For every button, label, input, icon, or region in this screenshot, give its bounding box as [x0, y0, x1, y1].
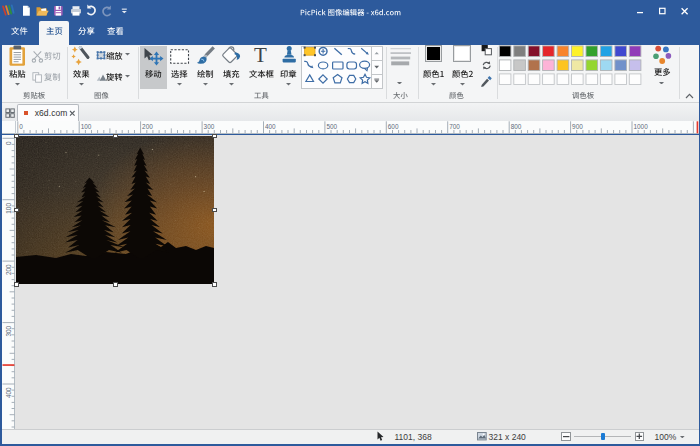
svg-text:T: T [254, 45, 267, 66]
svg-text:300: 300 [4, 325, 11, 336]
svg-text:900: 900 [572, 123, 583, 130]
svg-text:100: 100 [4, 202, 11, 213]
svg-text:0: 0 [19, 123, 23, 130]
svg-text:500: 500 [326, 123, 337, 130]
svg-text:600: 600 [388, 123, 399, 130]
svg-text:300: 300 [204, 123, 215, 130]
svg-text:400: 400 [265, 123, 276, 130]
svg-text:1000: 1000 [634, 123, 649, 130]
svg-text:200: 200 [142, 123, 153, 130]
svg-text:0: 0 [4, 141, 11, 145]
svg-text:400: 400 [4, 387, 11, 398]
svg-text:100: 100 [81, 123, 92, 130]
svg-text:800: 800 [511, 123, 522, 130]
svg-text:700: 700 [449, 123, 460, 130]
svg-text:200: 200 [4, 264, 11, 275]
